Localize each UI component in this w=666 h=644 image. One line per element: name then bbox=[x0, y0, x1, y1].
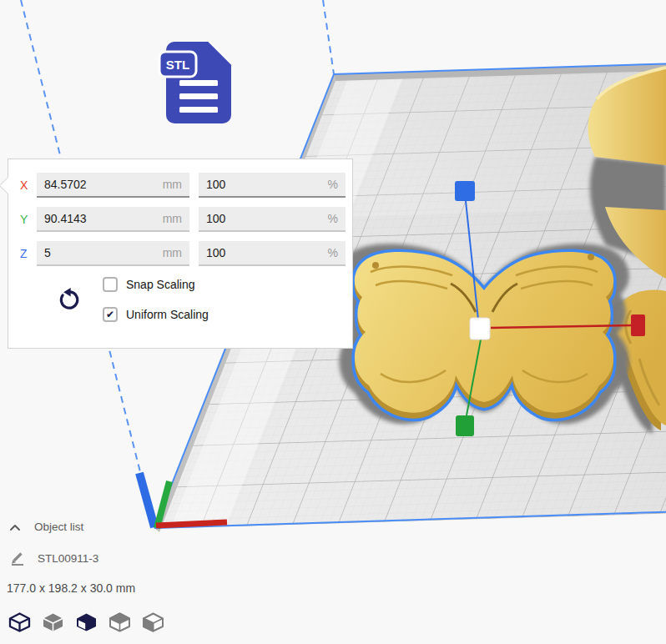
reset-arrow-icon bbox=[56, 287, 81, 312]
cube-navy-white-face-icon bbox=[75, 612, 98, 632]
view-left-button[interactable] bbox=[108, 611, 132, 633]
scale-y-percent-input[interactable]: 100 % bbox=[199, 207, 346, 232]
uniform-scaling-checkbox[interactable]: ✔ Uniform Scaling bbox=[103, 306, 209, 323]
object-item-name: STL00911-3 bbox=[38, 552, 98, 565]
cube-gray-side-icon bbox=[142, 612, 164, 632]
scale-x-percent-input[interactable]: 100 % bbox=[199, 173, 346, 198]
snap-scaling-checkbox[interactable]: ✔ Snap Scaling bbox=[103, 276, 209, 293]
camera-view-buttons bbox=[8, 611, 165, 633]
checkbox-box: ✔ bbox=[103, 277, 118, 292]
scale-handle-z[interactable] bbox=[455, 181, 475, 201]
cube-solid-gray-icon bbox=[42, 612, 64, 632]
scale-z-percent-input[interactable]: 100 % bbox=[199, 241, 346, 266]
scale-tool-panel: X 84.5702 mm 100 % Y 90.4143 mm 100 % Z … bbox=[8, 158, 353, 349]
unit-mm: mm bbox=[163, 178, 182, 191]
checkmark-icon: ✔ bbox=[106, 309, 114, 319]
axis-y-label: Y bbox=[20, 213, 33, 226]
scale-handle-center[interactable] bbox=[470, 318, 490, 340]
unit-percent: % bbox=[328, 246, 338, 259]
unit-mm: mm bbox=[163, 246, 182, 259]
object-list-toggle[interactable]: Object list bbox=[8, 521, 83, 533]
scale-x-mm-input[interactable]: 84.5702 mm bbox=[37, 173, 189, 198]
stl-badge-label: STL bbox=[166, 58, 189, 72]
stl-file-icon: STL bbox=[158, 42, 240, 125]
cube-wireframe-icon bbox=[8, 612, 31, 632]
chevron-up-icon bbox=[8, 523, 22, 531]
scale-handle-y[interactable] bbox=[456, 415, 474, 436]
axis-z-label: Z bbox=[20, 247, 33, 260]
view-3d-button[interactable] bbox=[8, 611, 32, 633]
scale-row-y: Y 90.4143 mm 100 % bbox=[20, 207, 352, 232]
cube-gray-top-icon bbox=[108, 612, 131, 632]
scale-handle-x[interactable] bbox=[631, 314, 645, 336]
view-front-button[interactable] bbox=[42, 611, 65, 633]
scale-row-z: Z 5 mm 100 % bbox=[20, 241, 352, 266]
view-right-button[interactable] bbox=[142, 611, 165, 633]
pencil-edit-icon bbox=[10, 551, 25, 566]
object-dimensions: 177.0 x 198.2 x 30.0 mm bbox=[7, 581, 135, 595]
checkbox-box: ✔ bbox=[103, 307, 118, 322]
butterfly-antenna-hole bbox=[588, 254, 594, 260]
scale-row-x: X 84.5702 mm 100 % bbox=[20, 173, 352, 198]
unit-mm: mm bbox=[163, 212, 182, 225]
scale-z-mm-input[interactable]: 5 mm bbox=[37, 241, 189, 266]
object-list-item[interactable]: STL00911-3 bbox=[10, 551, 98, 566]
unit-percent: % bbox=[328, 178, 338, 191]
butterfly-antenna-hole bbox=[372, 262, 379, 269]
reset-scale-button[interactable] bbox=[54, 285, 83, 314]
axis-x-label: X bbox=[20, 179, 33, 192]
scale-y-mm-input[interactable]: 90.4143 mm bbox=[37, 207, 189, 232]
object-list-title: Object list bbox=[34, 521, 83, 533]
unit-percent: % bbox=[328, 212, 338, 225]
view-top-button[interactable] bbox=[75, 611, 98, 633]
